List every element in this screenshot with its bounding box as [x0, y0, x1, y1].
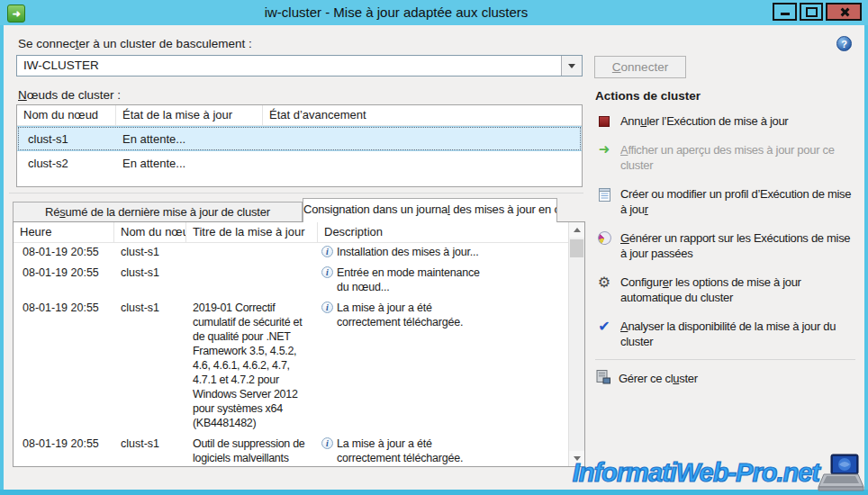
action-analyze-readiness[interactable]: ✔Analyser la disponibilité de la mise à …: [595, 319, 858, 349]
node-row[interactable]: clust-s1En attente...: [17, 126, 582, 151]
log-description-text: Installation des mises à jour...: [337, 245, 481, 259]
app-icon[interactable]: ➜: [7, 4, 25, 22]
info-icon: i: [321, 437, 333, 449]
info-icon: i: [321, 302, 333, 313]
log-scrollbar[interactable]: [568, 222, 584, 466]
scroll-up-button[interactable]: [569, 222, 584, 238]
stop-icon: [599, 116, 610, 127]
window-border-right: [864, 25, 868, 490]
scrollbar-thumb[interactable]: [570, 239, 583, 257]
window-title: iw-cluster - Mise à jour adaptée aux clu…: [54, 4, 738, 20]
action-label: Afficher un aperçu des mises à jour pour…: [620, 142, 858, 173]
combobox-dropdown-button[interactable]: [561, 56, 582, 76]
cluster-nodes-table[interactable]: Nom du nœudÉtat de la mise à jourÉtat d’…: [16, 104, 583, 187]
window-border-bottom: [0, 490, 868, 495]
node-cell-state: En attente...: [116, 157, 263, 170]
cluster-actions-list: Annuler l’Exécution de mise à jour➜Affic…: [595, 113, 858, 349]
log-cell-time: 08-01-19 20:55: [14, 263, 114, 298]
report-icon-box: [595, 230, 613, 245]
gear-icon: ⚙: [598, 275, 610, 290]
action-configure-self-updating[interactable]: ⚙Configurer les options de mise à jour a…: [595, 274, 858, 305]
log-cell-description: iEntrée en mode maintenance du nœud...: [318, 263, 568, 298]
stop-icon-box: [595, 113, 613, 127]
action-preview-updates[interactable]: ➜Afficher un aperçu des mises à jour pou…: [595, 142, 858, 173]
log-cell-title: 2019-01 Correctif cumulatif de sécurité …: [186, 298, 318, 434]
nodes-column-header[interactable]: État d’avancement: [263, 105, 582, 126]
actions-heading: Actions de cluster: [595, 89, 701, 103]
nodes-column-header[interactable]: État de la mise à jour: [116, 105, 263, 126]
maximize-icon: [806, 7, 818, 17]
chevron-down-icon: [568, 64, 575, 68]
titlebar[interactable]: ➜ iw-cluster - Mise à jour adaptée aux c…: [0, 0, 868, 25]
log-description-text: La mise à jour a été correctement téléch…: [337, 436, 481, 466]
action-cancel-updating-run[interactable]: Annuler l’Exécution de mise à jour: [595, 113, 858, 129]
check-icon: ✔: [598, 320, 610, 334]
nodes-label: Nœuds de cluster :: [18, 88, 121, 102]
info-icon: i: [321, 246, 333, 257]
log-cell-description: iInstallation des mises à jour...: [318, 242, 568, 263]
log-row[interactable]: 08-01-19 20:55clust-s12019-01 Correctif …: [14, 298, 568, 434]
laptop-icon: [818, 454, 864, 495]
log-description-text: La mise à jour a été correctement téléch…: [337, 301, 481, 430]
cluster-combobox-value: IW-CLUSTER: [23, 58, 99, 72]
log-cell-node: clust-s1: [114, 242, 186, 263]
log-column-header[interactable]: Heure: [14, 222, 114, 243]
log-cell-node: clust-s1: [114, 298, 186, 434]
close-button[interactable]: [826, 3, 862, 21]
action-manage-cluster[interactable]: Gérer ce cluster: [595, 369, 698, 388]
info-icon: i: [321, 266, 333, 278]
log-column-header[interactable]: Nom du nœud: [114, 222, 186, 243]
chevron-up-icon: [574, 228, 581, 232]
minimize-button[interactable]: [773, 3, 797, 21]
log-cell-time: 08-01-19 20:55: [14, 434, 114, 466]
green-arrow-icon: ➜: [12, 9, 20, 19]
maximize-button[interactable]: [800, 3, 823, 21]
log-cell-title: Outil de suppression de logiciels malvei…: [186, 434, 318, 466]
preview-arrow-icon: ➜: [599, 143, 610, 157]
report-icon: [596, 230, 612, 246]
log-cell-description: iLa mise à jour a été correctement téléc…: [318, 434, 568, 466]
tab-label: Résumé de la dernière mise à jour de clu…: [45, 205, 270, 219]
window-border-left: [0, 25, 4, 490]
node-row[interactable]: clust-s2En attente...: [17, 151, 582, 175]
log-cell-title: [186, 242, 318, 263]
log-column-header[interactable]: Titre de la mise à jour: [186, 222, 318, 243]
help-icon[interactable]: ?: [836, 36, 852, 51]
tab-label: Consignation dans un journal des mises à…: [303, 202, 557, 216]
node-cell-name: clust-s1: [17, 132, 116, 146]
profile-icon-box: [595, 186, 613, 205]
connect-button[interactable]: Connecter: [594, 56, 686, 78]
log-description-text: Entrée en mode maintenance du nœud...: [337, 266, 481, 294]
log-cell-description: iLa mise à jour a été correctement téléc…: [318, 298, 568, 434]
separator: [9, 193, 583, 194]
action-label: Annuler l’Exécution de mise à jour: [620, 113, 858, 129]
node-cell-state: En attente...: [116, 132, 263, 146]
server-icon: [595, 369, 611, 388]
action-label: Configurer les options de mise à jour au…: [620, 274, 858, 305]
profile-icon: [598, 187, 611, 205]
log-cell-node: clust-s1: [114, 434, 186, 466]
log-title-text: 2019-01 Correctif cumulatif de sécurité …: [193, 301, 316, 430]
action-label: Gérer ce cluster: [619, 371, 698, 386]
log-header: HeureNom du nœudTitre de la mise à jourD…: [14, 222, 568, 243]
check-icon-box: ✔: [595, 319, 613, 334]
log-cell-time: 08-01-19 20:55: [14, 242, 114, 263]
log-row[interactable]: 08-01-19 20:55clust-s1iInstallation des …: [14, 242, 568, 263]
action-generate-report[interactable]: Générer un rapport sur les Exécutions de…: [595, 230, 858, 261]
gear-icon-box: ⚙: [595, 274, 613, 290]
action-label: Générer un rapport sur les Exécutions de…: [620, 230, 858, 261]
log-row[interactable]: 08-01-19 20:55clust-s1Outil de suppressi…: [14, 434, 568, 466]
close-icon: [839, 7, 849, 17]
cluster-combobox[interactable]: IW-CLUSTER: [16, 55, 583, 76]
log-column-header[interactable]: Description: [318, 222, 568, 243]
log-row[interactable]: 08-01-19 20:55clust-s1iEntrée en mode ma…: [14, 263, 568, 298]
log-title-text: Outil de suppression de logiciels malvei…: [193, 436, 316, 466]
nodes-column-header[interactable]: Nom du nœud: [17, 105, 116, 126]
tab-1[interactable]: Résumé de la dernière mise à jour de clu…: [13, 202, 303, 221]
action-label: Créer ou modifier un profil d’Exécution …: [620, 186, 858, 217]
log-cell-node: clust-s1: [114, 263, 186, 298]
log-body[interactable]: 08-01-19 20:55clust-s1iInstallation des …: [14, 242, 568, 466]
log-cell-title: [186, 263, 318, 298]
action-create-updating-run-profile[interactable]: Créer ou modifier un profil d’Exécution …: [595, 186, 858, 217]
tab-2-active[interactable]: Consignation dans un journal des mises à…: [303, 198, 557, 222]
